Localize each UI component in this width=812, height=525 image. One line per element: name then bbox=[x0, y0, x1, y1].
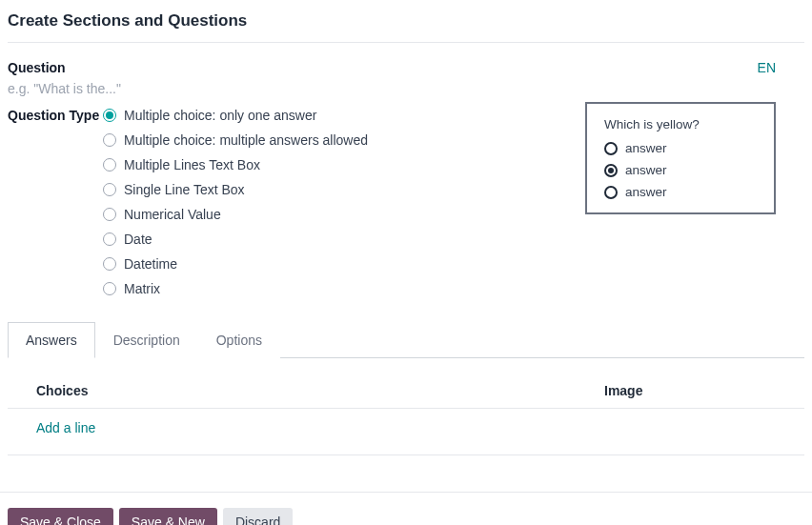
qtype-option-single-line-text[interactable]: Single Line Text Box bbox=[103, 182, 368, 197]
add-line-link[interactable]: Add a line bbox=[36, 420, 95, 435]
radio-icon bbox=[103, 133, 116, 147]
radio-icon bbox=[103, 208, 116, 221]
question-label: Question bbox=[8, 60, 103, 75]
tab-description[interactable]: Description bbox=[95, 322, 198, 358]
radio-icon bbox=[103, 109, 116, 122]
qtype-option-label: Single Line Text Box bbox=[124, 182, 245, 197]
preview-option: answer bbox=[604, 163, 757, 177]
preview-option-label: answer bbox=[625, 185, 667, 199]
radio-icon bbox=[103, 282, 116, 295]
language-toggle[interactable]: EN bbox=[614, 60, 804, 75]
radio-icon bbox=[604, 142, 618, 155]
discard-button[interactable]: Discard bbox=[223, 508, 293, 525]
question-input[interactable] bbox=[8, 79, 389, 98]
qtype-option-matrix[interactable]: Matrix bbox=[103, 281, 368, 296]
radio-icon bbox=[103, 232, 116, 246]
radio-icon bbox=[103, 257, 116, 271]
qtype-option-numerical[interactable]: Numerical Value bbox=[103, 207, 368, 222]
save-close-button[interactable]: Save & Close bbox=[8, 508, 113, 525]
qtype-option-datetime[interactable]: Datetime bbox=[103, 256, 368, 272]
qtype-option-label: Date bbox=[124, 232, 152, 247]
qtype-option-multiline-text[interactable]: Multiple Lines Text Box bbox=[103, 157, 368, 172]
qtype-option-label: Datetime bbox=[124, 256, 177, 272]
preview-option: answer bbox=[604, 185, 757, 199]
radio-icon bbox=[604, 186, 618, 199]
answers-table-body: Add a line bbox=[8, 409, 804, 455]
page-title: Create Sections and Questions bbox=[8, 11, 804, 43]
tab-options[interactable]: Options bbox=[198, 322, 280, 358]
preview-option-label: answer bbox=[625, 163, 667, 177]
qtype-option-multiple-choice-one[interactable]: Multiple choice: only one answer bbox=[103, 108, 368, 123]
tabs: Answers Description Options bbox=[8, 321, 804, 358]
qtype-option-label: Multiple choice: only one answer bbox=[124, 108, 316, 123]
th-image: Image bbox=[604, 383, 776, 398]
footer-actions: Save & Close Save & New Discard bbox=[0, 492, 812, 525]
answers-table-header: Choices Image bbox=[8, 375, 804, 409]
radio-icon bbox=[103, 158, 116, 172]
tab-content-answers: Choices Image Add a line bbox=[8, 358, 804, 467]
qtype-option-label: Multiple Lines Text Box bbox=[124, 157, 260, 172]
radio-icon bbox=[103, 183, 116, 196]
preview-option-label: answer bbox=[625, 141, 667, 155]
qtype-option-multiple-choice-many[interactable]: Multiple choice: multiple answers allowe… bbox=[103, 132, 368, 148]
qtype-option-label: Numerical Value bbox=[124, 207, 221, 222]
radio-icon bbox=[604, 164, 618, 177]
question-type-options: Multiple choice: only one answer Multipl… bbox=[103, 108, 368, 296]
save-new-button[interactable]: Save & New bbox=[119, 508, 217, 525]
qtype-option-label: Matrix bbox=[124, 281, 160, 296]
question-preview: Which is yellow? answer answer answer bbox=[585, 102, 776, 214]
preview-option: answer bbox=[604, 141, 757, 155]
qtype-option-label: Multiple choice: multiple answers allowe… bbox=[124, 132, 368, 148]
question-type-label: Question Type bbox=[8, 108, 103, 123]
th-choices: Choices bbox=[36, 383, 604, 398]
qtype-option-date[interactable]: Date bbox=[103, 232, 368, 247]
tab-answers[interactable]: Answers bbox=[8, 322, 95, 358]
preview-question-text: Which is yellow? bbox=[604, 117, 757, 131]
